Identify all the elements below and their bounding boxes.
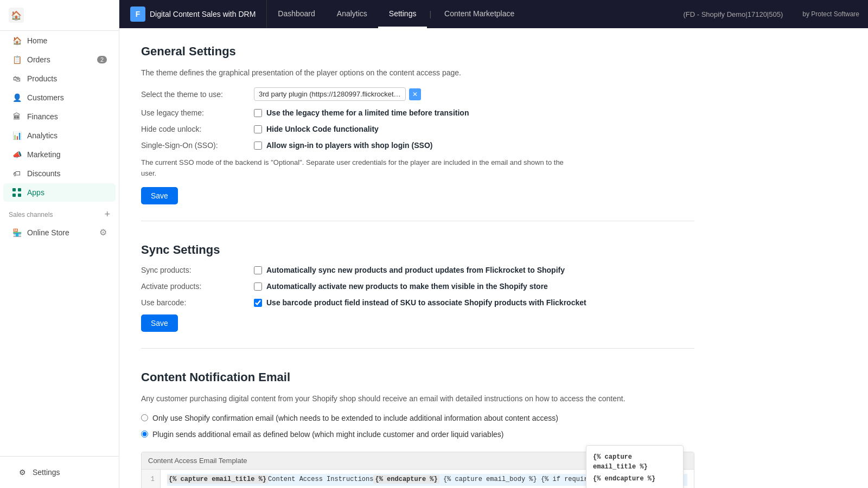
hide-unlock-row: Hide code unlock: Hide Unlock Code funct… — [141, 125, 694, 133]
activate-products-checkbox[interactable] — [254, 282, 262, 291]
sync-settings-title: Sync Settings — [141, 243, 694, 257]
orders-badge: 2 — [97, 56, 107, 63]
sidebar-item-marketing[interactable]: 📣 Marketing — [3, 145, 116, 164]
hide-unlock-text: Hide Unlock Code functionality — [266, 125, 379, 133]
general-settings-title: General Settings — [141, 44, 694, 59]
svg-rect-2 — [12, 194, 16, 197]
tooltip-code2: {% endcapture %} — [593, 474, 676, 484]
settings-icon: ⚙ — [17, 467, 27, 477]
activate-products-row: Activate products: Automatically activat… — [141, 282, 694, 291]
legacy-checkbox-label[interactable]: Use the legacy theme for a limited time … — [254, 108, 469, 117]
app-nav-settings[interactable]: Settings — [378, 0, 427, 28]
legacy-theme-row: Use legacy theme: Use the legacy theme f… — [141, 108, 694, 117]
theme-select-row: Select the theme to use: 3rd party plugi… — [141, 87, 694, 101]
nav-separator: | — [427, 10, 433, 18]
sync-save-button[interactable]: Save — [141, 314, 178, 332]
customers-icon: 👤 — [12, 93, 22, 102]
sidebar-item-analytics[interactable]: 📊 Analytics — [3, 126, 116, 145]
marketing-icon: 📣 — [12, 150, 22, 159]
add-sales-channel-button[interactable]: + — [104, 209, 110, 220]
online-store-icon: 🏪 — [12, 228, 22, 237]
barcode-label: Use barcode: — [141, 298, 250, 307]
content-notification-section: Content Notification Email Any customer … — [141, 370, 694, 488]
barcode-row: Use barcode: Use barcode product field i… — [141, 298, 694, 307]
app-brand-text: Digital Content Sales with DRM — [150, 10, 256, 18]
products-icon: 🛍 — [12, 74, 22, 84]
code-area-wrapper: Content Access Email Template 1 3 4 5 6 — [141, 445, 694, 488]
svg-rect-1 — [18, 188, 21, 191]
sidebar: 🏠 🏠 Home 📋 Orders 2 🛍 Products 👤 Custome… — [0, 0, 119, 488]
sidebar-item-finances[interactable]: 🏛 Finances — [3, 107, 116, 126]
hide-unlock-checkbox-label[interactable]: Hide Unlock Code functionality — [254, 125, 379, 133]
sso-checkbox[interactable] — [254, 142, 262, 150]
sync-products-checkbox-label[interactable]: Automatically sync new products and prod… — [254, 266, 565, 274]
sidebar-item-online-store[interactable]: 🏪 Online Store ⚙ — [3, 223, 116, 242]
sso-text: Allow sign-in to players with shop login… — [266, 141, 432, 150]
theme-select-icon[interactable]: ✕ — [409, 88, 421, 100]
sidebar-item-apps[interactable]: Apps — [3, 183, 116, 202]
sales-channels-section: Sales channels + — [0, 202, 119, 222]
sidebar-item-discounts[interactable]: 🏷 Discounts — [3, 164, 116, 183]
app-nav-analytics[interactable]: Analytics — [326, 0, 378, 28]
radio-plugin-email[interactable] — [141, 431, 148, 438]
sso-label: Single-Sign-On (SSO): — [141, 141, 250, 150]
legacy-label: Use legacy theme: — [141, 108, 250, 117]
hide-unlock-label: Hide code unlock: — [141, 125, 250, 133]
content-notification-title: Content Notification Email — [141, 370, 694, 384]
tooltip-code1: {% capture email_title %} — [593, 452, 676, 472]
barcode-checkbox[interactable] — [254, 299, 262, 307]
sidebar-logo: 🏠 — [0, 0, 119, 31]
home-icon: 🏠 — [9, 8, 24, 23]
general-save-button[interactable]: Save — [141, 187, 178, 204]
app-header: F Digital Content Sales with DRM Dashboa… — [119, 0, 868, 28]
radio-option-1-text: Only use Shopify confirmation email (whi… — [152, 413, 558, 424]
app-nav-marketplace[interactable]: Content Marketplace — [433, 0, 525, 28]
sidebar-nav: 🏠 Home 📋 Orders 2 🛍 Products 👤 Customers… — [0, 31, 119, 202]
orders-icon: 📋 — [12, 55, 22, 65]
online-store-settings-icon: ⚙ — [99, 227, 107, 237]
home-nav-icon: 🏠 — [12, 36, 22, 46]
barcode-checkbox-label[interactable]: Use barcode product field instead of SKU… — [254, 298, 586, 307]
general-settings-section: General Settings The theme defines the g… — [141, 44, 694, 221]
legacy-checkbox[interactable] — [254, 109, 262, 117]
sidebar-item-home[interactable]: 🏠 Home — [3, 31, 116, 50]
code-line-numbers: 1 3 4 5 6 — [142, 470, 161, 488]
theme-select-label: Select the theme to use: — [141, 90, 250, 99]
content-notification-desc: Any customer purchasing digital content … — [141, 393, 694, 404]
svg-rect-0 — [12, 188, 16, 191]
sync-settings-section: Sync Settings Sync products: Automatical… — [141, 243, 694, 349]
legacy-text: Use the legacy theme for a limited time … — [266, 108, 469, 117]
app-nav: Dashboard Analytics Settings | Content M… — [267, 0, 672, 28]
app-nav-dashboard[interactable]: Dashboard — [267, 0, 326, 28]
sync-products-label: Sync products: — [141, 266, 250, 274]
app-brand: F Digital Content Sales with DRM — [119, 0, 267, 28]
sidebar-item-customers[interactable]: 👤 Customers — [3, 88, 116, 107]
activate-products-label: Activate products: — [141, 282, 250, 291]
hide-unlock-checkbox[interactable] — [254, 125, 262, 133]
sidebar-item-orders[interactable]: 📋 Orders 2 — [3, 50, 116, 69]
sync-products-checkbox[interactable] — [254, 266, 262, 274]
radio-option-1-row: Only use Shopify confirmation email (whi… — [141, 413, 694, 424]
barcode-text: Use barcode product field instead of SKU… — [266, 298, 586, 307]
sidebar-item-products[interactable]: 🛍 Products — [3, 69, 116, 88]
main-area: F Digital Content Sales with DRM Dashboa… — [119, 0, 868, 488]
activate-products-checkbox-label[interactable]: Automatically activate new products to m… — [254, 282, 548, 291]
activate-products-text: Automatically activate new products to m… — [266, 282, 548, 291]
sso-note: The current SSO mode of the backend is "… — [141, 157, 575, 178]
radio-option-2-text: Plugin sends additional email as defined… — [152, 429, 503, 440]
app-brand-icon: F — [130, 7, 145, 22]
store-info: (FD - Shopify Demo|17120|505) — [672, 10, 794, 18]
discounts-icon: 🏷 — [12, 169, 22, 178]
sidebar-item-settings[interactable]: ⚙ Settings — [9, 463, 110, 481]
tooltip-box: {% capture email_title %} {% endcapture … — [586, 445, 684, 488]
sidebar-settings-section: ⚙ Settings — [0, 456, 119, 488]
finances-icon: 🏛 — [12, 112, 22, 121]
general-settings-desc: The theme defines the graphical presenta… — [141, 67, 694, 79]
analytics-icon: 📊 — [12, 131, 22, 140]
sso-checkbox-label[interactable]: Allow sign-in to players with shop login… — [254, 141, 432, 150]
settings-content: General Settings The theme defines the g… — [119, 28, 868, 488]
sync-products-row: Sync products: Automatically sync new pr… — [141, 266, 694, 274]
theme-select-display[interactable]: 3rd party plugin (https://1280997.flickr… — [254, 87, 406, 101]
radio-shopify-only[interactable] — [141, 414, 148, 421]
by-text: by Protect Software — [794, 10, 868, 18]
